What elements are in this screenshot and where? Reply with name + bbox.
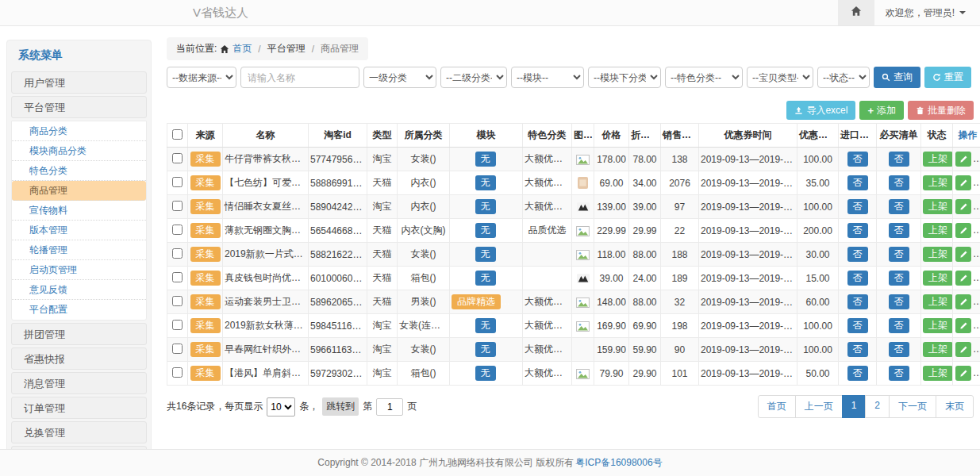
select-all-checkbox[interactable]: [172, 129, 183, 140]
import-badge[interactable]: 否: [847, 199, 868, 214]
sidebar-subitem-module-goods-category[interactable]: 模块商品分类: [12, 141, 146, 161]
mustbuy-badge[interactable]: 否: [889, 366, 909, 381]
row-checkbox[interactable]: [172, 153, 183, 163]
filter-feature-category[interactable]: --特色分类--: [665, 67, 743, 88]
status-badge[interactable]: 上架: [923, 342, 953, 357]
import-badge[interactable]: 否: [847, 342, 868, 357]
discount-price: 29.99: [629, 219, 661, 243]
row-checkbox[interactable]: [172, 201, 183, 211]
mustbuy-badge[interactable]: 否: [889, 175, 909, 190]
batch-delete-button[interactable]: 批量删除: [908, 101, 974, 120]
pager-page-1[interactable]: 1: [842, 395, 867, 418]
sidebar-item-platform-management[interactable]: 平台管理: [11, 96, 147, 118]
sidebar-item-shenghui-express[interactable]: 省惠快报: [11, 347, 147, 370]
status-badge[interactable]: 上架: [923, 271, 953, 286]
row-checkbox[interactable]: [172, 344, 183, 354]
import-badge[interactable]: 否: [847, 294, 868, 309]
import-badge[interactable]: 否: [847, 318, 868, 333]
sidebar-item-exchange-management[interactable]: 兑换管理: [11, 421, 147, 443]
user-menu[interactable]: 欢迎您，管理员!: [886, 6, 966, 20]
edit-button[interactable]: [955, 366, 971, 381]
edit-button[interactable]: [955, 199, 971, 214]
search-button[interactable]: 查询: [874, 67, 920, 88]
pager-prev-page[interactable]: 上一页: [795, 395, 843, 418]
import-badge[interactable]: 否: [847, 271, 868, 286]
status-badge[interactable]: 上架: [923, 366, 953, 381]
import-badge[interactable]: 否: [847, 223, 868, 238]
filter-module-subcategory[interactable]: --模块下分类--: [588, 67, 661, 88]
source-badge: 采集: [190, 342, 221, 357]
sidebar-subitem-promo-material[interactable]: 宣传物料: [12, 201, 146, 221]
sidebar-item-message-management[interactable]: 消息管理: [11, 372, 147, 394]
breadcrumb-home-link[interactable]: 首页: [233, 42, 252, 56]
sidebar-subitem-goods-management[interactable]: 商品管理: [12, 181, 146, 201]
mustbuy-badge[interactable]: 否: [889, 247, 909, 262]
status-badge[interactable]: 上架: [923, 318, 953, 333]
pager-last-page[interactable]: 末页: [936, 395, 974, 418]
mustbuy-badge[interactable]: 否: [889, 271, 909, 286]
edit-button[interactable]: [955, 271, 971, 286]
edit-button[interactable]: [955, 247, 971, 262]
sidebar-subitem-goods-category[interactable]: 商品分类: [12, 121, 146, 141]
edit-button[interactable]: [955, 223, 971, 238]
pager-first-page[interactable]: 首页: [758, 395, 796, 418]
sidebar-subitem-version-management[interactable]: 版本管理: [12, 221, 146, 240]
add-button[interactable]: + 添加: [859, 101, 904, 120]
filter-status[interactable]: --状态--: [817, 67, 870, 88]
taoke-id: 565446685867: [309, 219, 367, 243]
filter-item-type[interactable]: --宝贝类型--: [747, 67, 813, 88]
icp-link[interactable]: 粤ICP备16098006号: [575, 456, 662, 470]
status-badge[interactable]: 上架: [923, 223, 953, 238]
sidebar-subitem-carousel-management[interactable]: 轮播管理: [12, 240, 146, 260]
edit-button[interactable]: [955, 152, 971, 167]
import-badge[interactable]: 否: [847, 152, 868, 167]
page-number-input[interactable]: [376, 398, 403, 416]
row-checkbox[interactable]: [172, 248, 183, 259]
filter-module[interactable]: --模块--: [511, 67, 584, 88]
row-checkbox[interactable]: [172, 367, 183, 378]
mustbuy-badge[interactable]: 否: [889, 318, 909, 333]
status-badge[interactable]: 上架: [923, 294, 953, 309]
import-excel-button[interactable]: 导入excel: [786, 101, 855, 120]
per-page-select[interactable]: 10: [267, 397, 295, 416]
feature-category: 大额优惠券: [523, 314, 572, 338]
sidebar-subitem-feature-category[interactable]: 特色分类: [12, 161, 146, 181]
jump-to-button[interactable]: 跳转到: [322, 397, 359, 416]
import-badge[interactable]: 否: [847, 366, 868, 381]
filter-level2-category[interactable]: --二级分类--: [440, 67, 507, 88]
sidebar-subitem-platform-config[interactable]: 平台配置: [12, 300, 146, 320]
row-checkbox[interactable]: [172, 177, 183, 187]
sidebar-subitem-feedback[interactable]: 意见反馈: [12, 280, 146, 300]
pager-page-2[interactable]: 2: [865, 395, 890, 418]
source-badge: 采集: [190, 247, 221, 262]
edit-button[interactable]: [955, 342, 971, 357]
status-badge[interactable]: 上架: [923, 152, 953, 167]
mustbuy-badge[interactable]: 否: [889, 152, 909, 167]
edit-button[interactable]: [955, 175, 971, 190]
sidebar-item-order-management[interactable]: 订单管理: [11, 397, 147, 419]
edit-button[interactable]: [955, 294, 971, 309]
status-badge[interactable]: 上架: [923, 247, 953, 262]
mustbuy-badge[interactable]: 否: [889, 342, 909, 357]
row-checkbox[interactable]: [172, 225, 183, 235]
status-badge[interactable]: 上架: [923, 175, 953, 190]
mustbuy-badge[interactable]: 否: [889, 223, 909, 238]
import-badge[interactable]: 否: [847, 175, 868, 190]
reset-button[interactable]: 重置: [924, 67, 971, 88]
status-badge[interactable]: 上架: [923, 199, 953, 214]
filter-product-name[interactable]: [240, 67, 359, 88]
pager-next-page[interactable]: 下一页: [889, 395, 936, 418]
header-home-button[interactable]: [838, 0, 874, 25]
sidebar-subitem-splash-page-management[interactable]: 启动页管理: [12, 260, 146, 280]
filter-level1-category[interactable]: 一级分类: [363, 67, 436, 88]
mustbuy-badge[interactable]: 否: [889, 294, 909, 309]
mustbuy-badge[interactable]: 否: [889, 199, 909, 214]
sidebar-item-user-management[interactable]: 用户管理: [11, 71, 147, 94]
filter-data-source[interactable]: --数据来源--: [167, 67, 236, 88]
row-checkbox[interactable]: [172, 272, 183, 282]
row-checkbox[interactable]: [172, 320, 183, 330]
import-badge[interactable]: 否: [847, 247, 868, 262]
row-checkbox[interactable]: [172, 296, 183, 306]
sidebar-item-group-buy-management[interactable]: 拼团管理: [11, 323, 147, 345]
edit-button[interactable]: [955, 318, 971, 333]
